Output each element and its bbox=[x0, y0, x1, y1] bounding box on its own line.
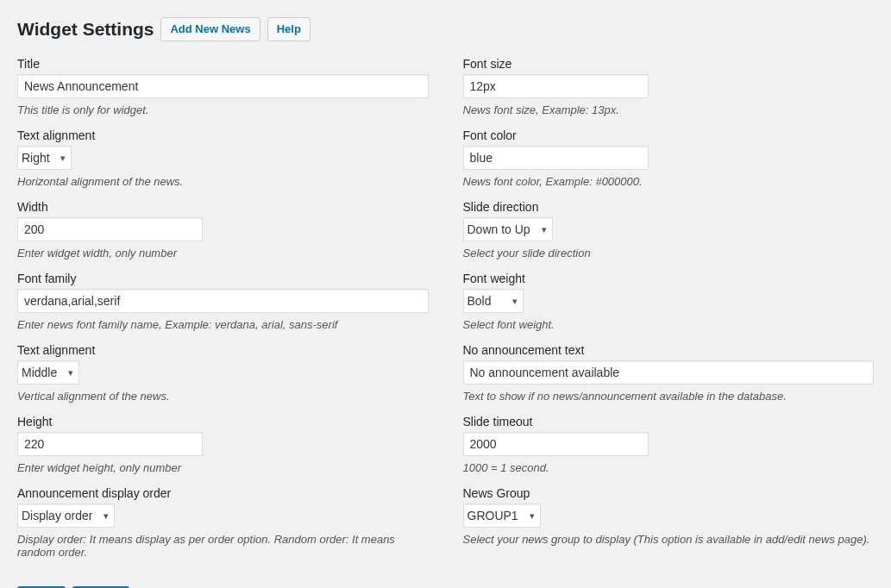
height-input[interactable] bbox=[17, 432, 203, 456]
noann-hint: Text to show if no news/announcement ava… bbox=[463, 390, 875, 403]
fontcolor-label: Font color bbox=[463, 128, 875, 142]
slidedir-label: Slide direction bbox=[463, 200, 875, 214]
fontfam-input[interactable] bbox=[17, 289, 429, 313]
fontcolor-input[interactable] bbox=[463, 146, 649, 170]
valign-hint: Vertical alignment of the news. bbox=[17, 390, 429, 403]
fontsize-input[interactable] bbox=[463, 74, 649, 98]
title-hint: This title is only for widget. bbox=[17, 103, 429, 116]
fontweight-hint: Select font weight. bbox=[463, 318, 875, 331]
valign-select[interactable]: Middle bbox=[17, 360, 79, 385]
timeout-input[interactable] bbox=[463, 432, 649, 456]
fontcolor-hint: News font color, Example: #000000. bbox=[463, 175, 875, 188]
group-select[interactable]: GROUP1 bbox=[463, 504, 541, 528]
valign-label: Text alignment bbox=[17, 343, 429, 357]
add-new-news-button[interactable]: Add New News bbox=[160, 17, 260, 41]
disporder-select[interactable]: Display order bbox=[17, 504, 115, 528]
fontsize-hint: News font size, Example: 13px. bbox=[463, 103, 875, 116]
title-input[interactable] bbox=[17, 74, 429, 98]
width-input[interactable] bbox=[17, 217, 203, 241]
noann-input[interactable] bbox=[463, 360, 875, 385]
width-label: Width bbox=[17, 200, 429, 214]
fontfam-hint: Enter news font family name, Example: ve… bbox=[17, 318, 429, 331]
title-label: Title bbox=[17, 57, 429, 71]
slidedir-hint: Select your slide direction bbox=[463, 247, 875, 260]
halign-label: Text alignment bbox=[17, 128, 429, 142]
group-hint: Select your news group to display (This … bbox=[463, 533, 875, 546]
slidedir-select[interactable]: Down to Up bbox=[463, 217, 553, 241]
halign-select[interactable]: Right bbox=[17, 146, 72, 170]
fontweight-label: Font weight bbox=[463, 272, 875, 285]
help-button[interactable]: Help bbox=[267, 17, 311, 41]
height-label: Height bbox=[17, 415, 429, 428]
fontfam-label: Font family bbox=[17, 272, 429, 285]
timeout-label: Slide timeout bbox=[463, 415, 875, 428]
fontsize-label: Font size bbox=[463, 57, 875, 71]
timeout-hint: 1000 = 1 second. bbox=[463, 461, 875, 474]
noann-label: No announcement text bbox=[463, 343, 875, 357]
disporder-label: Announcement display order bbox=[17, 486, 429, 500]
group-label: News Group bbox=[463, 486, 875, 500]
disporder-hint: Display order: It means display as per o… bbox=[17, 533, 429, 559]
page-title: Widget Settings bbox=[17, 19, 154, 40]
fontweight-select[interactable]: Bold bbox=[463, 289, 524, 313]
width-hint: Enter widget width, only number bbox=[17, 247, 429, 260]
height-hint: Enter widget height, only number bbox=[17, 461, 429, 474]
halign-hint: Horizontal alignment of the news. bbox=[17, 175, 429, 188]
